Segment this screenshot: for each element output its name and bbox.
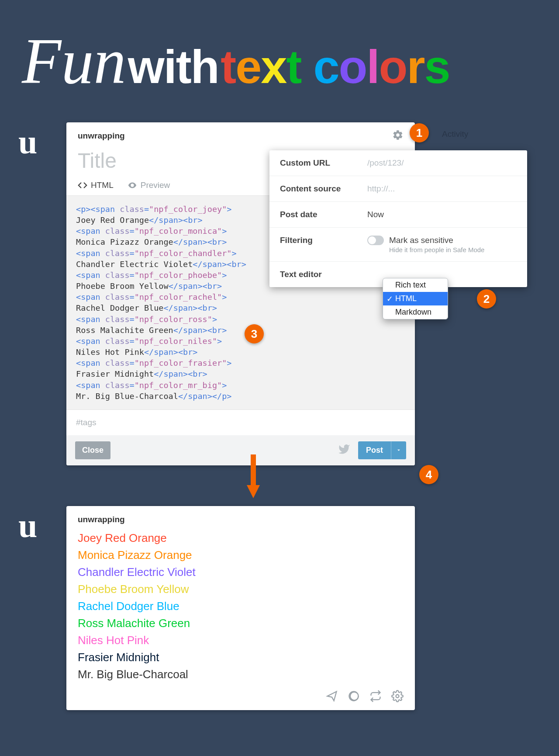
custom-url-label: Custom URL [280,158,367,168]
sensitive-toggle[interactable] [367,236,384,245]
preview-line: Joey Red Orange [78,530,404,547]
preview-line: Frasier Midnight [78,649,404,666]
preview-line: Ross Malachite Green [78,615,404,632]
custom-url-input[interactable]: /post/123/ [367,158,517,168]
step-badge-3: 3 [245,324,264,343]
close-button[interactable]: Close [75,441,110,459]
code-icon [78,180,87,190]
page-heading: Fun with text colors [22,24,542,98]
step-badge-2: 2 [477,289,496,309]
filtering-label: Filtering [280,236,367,245]
dropdown-option-markdown[interactable]: Markdown [383,305,448,319]
post-body: Joey Red OrangeMonica Pizazz OrangeChand… [66,530,415,683]
content-source-input[interactable]: http://... [367,184,517,194]
post-date-label: Post date [280,210,367,219]
mark-sensitive-sub: Hide it from people in Safe Mode [389,246,484,253]
heading-colors: colors [313,40,449,93]
post-button-label: Post [358,441,391,459]
post-settings-panel: Custom URL /post/123/ Content source htt… [269,150,527,287]
dropdown-option-richtext[interactable]: Rich text [383,278,448,292]
heading-text: text [221,40,313,93]
gear-icon[interactable] [391,690,404,702]
activity-label: Activity [442,129,468,139]
avatar: u [18,506,53,541]
preview-line: Niles Hot Pink [78,632,404,649]
mark-sensitive-label: Mark as sensitive [389,236,484,245]
tags-input[interactable]: #tags [66,410,415,435]
reblog-icon[interactable] [369,690,382,702]
heading-fun: Fun [22,25,126,97]
post-dropdown-toggle[interactable] [391,441,406,459]
text-editor-label: Text editor [280,270,367,279]
eye-icon [128,180,137,190]
reply-icon[interactable] [348,690,360,702]
text-editor-dropdown[interactable]: Rich text HTML Markdown [383,278,448,319]
tab-preview-label: Preview [141,180,170,190]
editor-footer: Close Post [66,435,415,465]
preview-line: Chandler Electric Violet [78,564,404,581]
tab-html-label: HTML [91,180,114,190]
blog-name: unwrapping [78,131,392,141]
content-source-label: Content source [280,184,367,194]
preview-line: Monica Pizazz Orange [78,547,404,564]
post-date-value[interactable]: Now [367,210,517,219]
tab-html[interactable]: HTML [78,180,114,190]
share-icon[interactable] [326,690,338,702]
dropdown-option-html[interactable]: HTML [383,292,448,305]
svg-marker-1 [247,485,260,498]
twitter-icon[interactable] [338,443,350,457]
avatar: u [18,122,53,157]
step-badge-4: 4 [419,465,438,484]
preview-line: Mr. Big Blue-Charcoal [78,666,404,683]
gear-icon[interactable] [392,129,404,142]
blog-name: unwrapping [66,506,415,530]
post-button[interactable]: Post [358,441,406,459]
tab-preview[interactable]: Preview [128,180,170,190]
preview-line: Phoebe Broom Yellow [78,581,404,598]
preview-line: Rachel Dodger Blue [78,598,404,615]
step-badge-1: 1 [410,123,429,142]
svg-point-3 [396,695,399,698]
arrow-down-icon [247,437,260,516]
rendered-post: unwrapping Joey Red OrangeMonica Pizazz … [66,506,415,710]
heading-with: with [128,40,219,93]
